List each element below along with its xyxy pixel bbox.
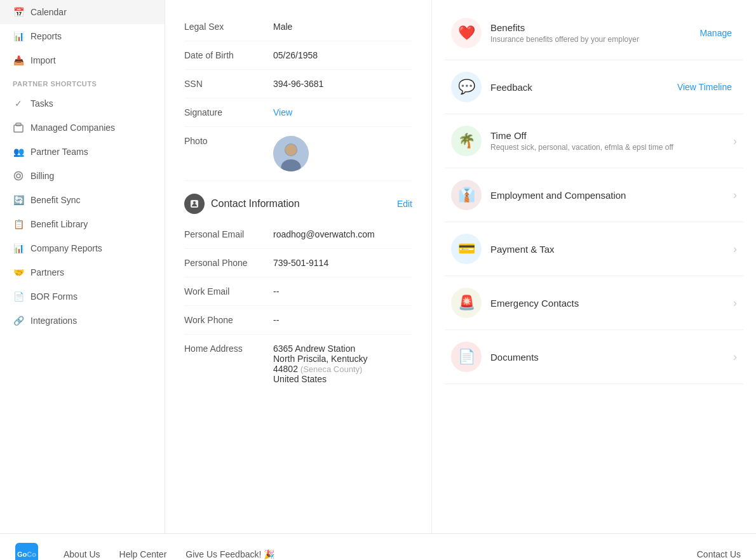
- emergency-contacts-title: Emergency Contacts: [490, 298, 733, 309]
- info-panel: Legal Sex Male Date of Birth 05/26/1958 …: [165, 0, 432, 533]
- time-off-title: Time Off: [490, 130, 733, 141]
- work-phone-label: Work Phone: [184, 315, 273, 325]
- documents-chevron-icon: ›: [733, 350, 737, 364]
- tasks-icon: ✓: [13, 98, 24, 109]
- documents-icon: 📄: [451, 342, 482, 372]
- sidebar: 📅 Calendar 📊 Reports 📥 Import PARTNER SH…: [0, 0, 165, 533]
- personal-email-value: roadhog@overwatch.com: [273, 229, 412, 239]
- contact-info-icon: [184, 194, 205, 214]
- dob-value: 05/26/1958: [273, 50, 412, 60]
- signature-link[interactable]: View: [273, 107, 412, 117]
- employment-card[interactable]: 👔 Employment and Compensation ›: [445, 168, 743, 222]
- photo-label: Photo: [184, 136, 273, 171]
- partners-icon: 🤝: [13, 267, 24, 278]
- sidebar-item-managed-companies[interactable]: Managed Companies: [0, 116, 165, 140]
- sidebar-item-partners[interactable]: 🤝 Partners: [0, 260, 165, 284]
- footer-logo: GoCo: [15, 543, 38, 560]
- home-address-value: 6365 Andrew Station North Priscila, Kent…: [273, 343, 412, 384]
- benefits-card: ❤️ Benefits Insurance benefits offered b…: [445, 6, 743, 60]
- legal-sex-value: Male: [273, 22, 412, 32]
- sidebar-item-partner-teams[interactable]: 👥 Partner Teams: [0, 140, 165, 164]
- emergency-contacts-chevron-icon: ›: [733, 297, 737, 310]
- personal-email-row: Personal Email roadhog@overwatch.com: [184, 220, 412, 249]
- sidebar-item-reports[interactable]: 📊 Reports: [0, 24, 165, 48]
- time-off-card[interactable]: 🌴 Time Off Request sick, personal, vacat…: [445, 114, 743, 168]
- time-off-icon: 🌴: [451, 126, 482, 156]
- benefits-body: Benefits Insurance benefits offered by y…: [490, 22, 699, 44]
- benefits-icon: ❤️: [451, 18, 482, 48]
- work-email-label: Work Email: [184, 286, 273, 297]
- help-center-link[interactable]: Help Center: [119, 549, 167, 559]
- contact-info-edit[interactable]: Edit: [397, 199, 412, 209]
- sidebar-item-tasks[interactable]: ✓ Tasks: [0, 91, 165, 116]
- sidebar-item-bor-forms[interactable]: 📄 BOR Forms: [0, 284, 165, 309]
- employment-title: Employment and Compensation: [490, 190, 733, 201]
- sidebar-item-billing[interactable]: Billing: [0, 164, 165, 188]
- personal-phone-value: 739-501-9114: [273, 258, 412, 268]
- billing-icon: [13, 170, 24, 182]
- feedback-body: Feedback: [490, 82, 677, 93]
- personal-phone-row: Personal Phone 739-501-9114: [184, 249, 412, 277]
- contact-info-title: Contact Information: [211, 198, 391, 210]
- time-off-chevron-icon: ›: [733, 135, 737, 148]
- work-phone-row: Work Phone --: [184, 306, 412, 335]
- avatar: [273, 136, 309, 171]
- calendar-icon: 📅: [13, 6, 24, 18]
- benefits-subtitle: Insurance benefits offered by your emplo…: [490, 35, 699, 44]
- sidebar-item-company-reports[interactable]: 📊 Company Reports: [0, 236, 165, 260]
- emergency-contacts-icon: 🚨: [451, 288, 482, 318]
- payment-chevron-icon: ›: [733, 243, 737, 256]
- dob-label: Date of Birth: [184, 50, 273, 60]
- feedback-title: Feedback: [490, 82, 677, 93]
- home-address-label: Home Address: [184, 343, 273, 384]
- time-off-subtitle: Request sick, personal, vacation, efmla …: [490, 143, 733, 152]
- benefits-manage-button[interactable]: Manage: [699, 28, 732, 38]
- photo-value: [273, 136, 412, 171]
- sidebar-item-integrations[interactable]: 🔗 Integrations: [0, 309, 165, 333]
- work-phone-value: --: [273, 315, 412, 325]
- photo-row: Photo: [184, 127, 412, 181]
- about-us-link[interactable]: About Us: [64, 549, 100, 559]
- work-email-row: Work Email --: [184, 277, 412, 306]
- footer: GoCo About Us Help Center Give Us Feedba…: [0, 533, 756, 560]
- signature-row: Signature View: [184, 98, 412, 127]
- personal-email-label: Personal Email: [184, 229, 273, 239]
- payment-icon: 💳: [451, 234, 482, 264]
- work-email-value: --: [273, 286, 412, 297]
- benefit-library-icon: 📋: [13, 218, 24, 230]
- company-reports-icon: 📊: [13, 243, 24, 254]
- sidebar-item-benefit-sync[interactable]: 🔄 Benefit Sync: [0, 188, 165, 212]
- sidebar-item-calendar[interactable]: 📅 Calendar: [0, 0, 165, 24]
- legal-sex-row: Legal Sex Male: [184, 13, 412, 41]
- ssn-row: SSN 394-96-3681: [184, 70, 412, 98]
- dob-row: Date of Birth 05/26/1958: [184, 41, 412, 70]
- sidebar-item-import[interactable]: 📥 Import: [0, 48, 165, 72]
- emergency-contacts-body: Emergency Contacts: [490, 298, 733, 309]
- home-address-row: Home Address 6365 Andrew Station North P…: [184, 335, 412, 393]
- documents-card[interactable]: 📄 Documents ›: [445, 330, 743, 384]
- contact-us-link[interactable]: Contact Us: [697, 549, 741, 559]
- benefit-sync-icon: 🔄: [13, 194, 24, 206]
- signature-label: Signature: [184, 107, 273, 117]
- cards-panel: ❤️ Benefits Insurance benefits offered b…: [432, 0, 756, 533]
- give-feedback-link[interactable]: Give Us Feedback! 🎉: [186, 549, 274, 559]
- feedback-icon: 💬: [451, 72, 482, 102]
- emergency-contacts-card[interactable]: 🚨 Emergency Contacts ›: [445, 276, 743, 330]
- payment-card[interactable]: 💳 Payment & Tax ›: [445, 222, 743, 276]
- employment-body: Employment and Compensation: [490, 190, 733, 201]
- partner-teams-icon: 👥: [13, 146, 24, 157]
- employment-chevron-icon: ›: [733, 189, 737, 202]
- svg-point-10: [193, 201, 196, 204]
- employment-icon: 👔: [451, 180, 482, 210]
- integrations-icon: 🔗: [13, 315, 24, 326]
- sidebar-item-benefit-library[interactable]: 📋 Benefit Library: [0, 212, 165, 236]
- reports-icon: 📊: [13, 30, 24, 42]
- svg-point-3: [17, 174, 20, 178]
- documents-body: Documents: [490, 352, 733, 363]
- contact-info-header: Contact Information Edit: [184, 194, 412, 214]
- benefits-title: Benefits: [490, 22, 699, 33]
- payment-body: Payment & Tax: [490, 244, 733, 255]
- feedback-card: 💬 Feedback View Timeline: [445, 60, 743, 114]
- feedback-view-timeline-button[interactable]: View Timeline: [677, 82, 732, 92]
- legal-sex-label: Legal Sex: [184, 22, 273, 32]
